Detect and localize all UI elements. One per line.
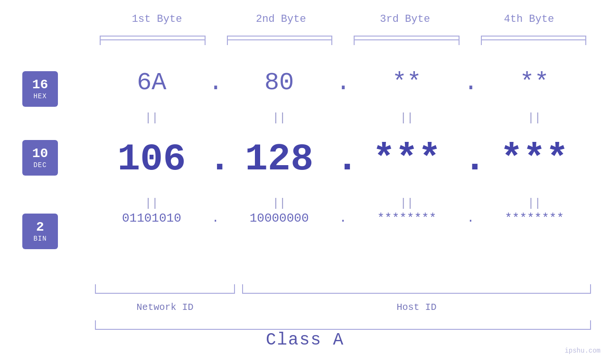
- dec-row: 106 . 128 . *** . ***: [95, 138, 591, 181]
- dec-byte3: ***: [350, 138, 464, 181]
- eq2-b2: ||: [223, 197, 336, 210]
- dot-bin-1: .: [208, 211, 223, 225]
- dot-bin-3: .: [463, 211, 478, 225]
- bin-byte4: ********: [478, 211, 591, 225]
- equals-row-2: || || || ||: [95, 197, 591, 210]
- bin-row: 01101010 . 10000000 . ******** . *******…: [95, 211, 591, 225]
- eq2-b1: ||: [95, 197, 208, 210]
- equals-row-1: || || || ||: [95, 112, 591, 124]
- network-id-label: Network ID: [95, 302, 235, 313]
- dot-bin-2: .: [336, 211, 350, 225]
- hex-byte3: **: [350, 69, 464, 97]
- eq1-b1: ||: [95, 112, 208, 124]
- hex-byte4: **: [478, 69, 591, 97]
- byte4-header: 4th Byte: [467, 13, 591, 25]
- top-brackets: [95, 36, 591, 45]
- bracket-byte2: [227, 36, 333, 45]
- eq1-b4: ||: [478, 112, 591, 124]
- host-id-bracket: [242, 284, 591, 294]
- class-label: Class A: [0, 330, 610, 350]
- watermark: ipshu.com: [564, 347, 601, 355]
- host-id-label: Host ID: [242, 302, 591, 313]
- dot-hex-3: .: [463, 69, 478, 97]
- eq2-b3: ||: [350, 197, 464, 210]
- base-bin-label: 2 BIN: [22, 214, 58, 249]
- main-container: 1st Byte 2nd Byte 3rd Byte 4th Byte: [0, 0, 610, 364]
- dec-byte4: ***: [478, 138, 591, 181]
- eq2-b4: ||: [478, 197, 591, 210]
- byte1-header: 1st Byte: [95, 13, 219, 25]
- dot-hex-1: .: [208, 69, 223, 97]
- bin-byte3: ********: [350, 211, 464, 225]
- hex-byte2: 80: [223, 69, 336, 97]
- base-hex-label: 16 HEX: [22, 71, 58, 107]
- bracket-byte4: [481, 36, 587, 45]
- eq1-b2: ||: [223, 112, 336, 124]
- dec-byte1: 106: [95, 138, 208, 181]
- hex-byte1: 6A: [95, 69, 208, 97]
- dot-dec-2: .: [336, 138, 350, 181]
- base-dec-label: 10 DEC: [22, 140, 58, 176]
- byte3-header: 3rd Byte: [343, 13, 467, 25]
- byte2-header: 2nd Byte: [219, 13, 343, 25]
- byte-headers-row: 1st Byte 2nd Byte 3rd Byte 4th Byte: [95, 13, 591, 25]
- bin-byte1: 01101010: [95, 211, 208, 225]
- bracket-byte3: [354, 36, 460, 45]
- dec-byte2: 128: [223, 138, 336, 181]
- bin-byte2: 10000000: [223, 211, 336, 225]
- bracket-byte1: [100, 36, 206, 45]
- dot-dec-3: .: [463, 138, 478, 181]
- eq1-b3: ||: [350, 112, 464, 124]
- network-id-bracket: [95, 284, 235, 294]
- dot-dec-1: .: [208, 138, 223, 181]
- hex-row: 6A . 80 . ** . **: [95, 69, 591, 97]
- dot-hex-2: .: [336, 69, 350, 97]
- class-bracket: [95, 320, 591, 330]
